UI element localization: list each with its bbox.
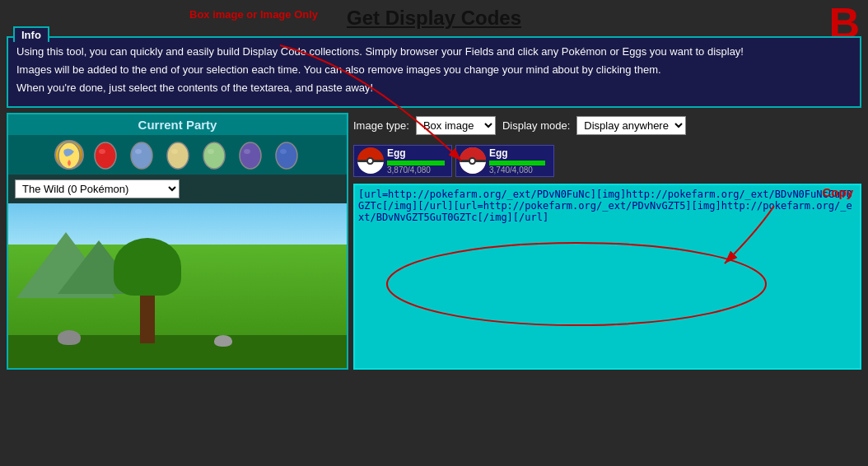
svg-point-10 [244,149,250,154]
pokeball-2 [460,147,486,174]
egg-info-2: Egg 3,740/4,080 [489,147,550,175]
info-box: Info Using this tool, you can quickly an… [7,36,861,108]
egg-hp-text-1: 3,870/4,080 [387,165,448,175]
svg-point-8 [208,149,214,154]
pokeball-1 [357,147,384,174]
image-type-select[interactable]: Box image Image Only [416,116,496,135]
egg-5[interactable] [199,140,229,170]
egg-1[interactable] [54,140,84,170]
egg-name-1: Egg [387,147,448,159]
info-line3: When you're done, just select the conten… [16,81,852,96]
selected-egg-card-2[interactable]: Egg 3,740/4,080 [455,145,554,177]
field-image [8,203,347,368]
svg-point-6 [171,149,178,154]
svg-point-11 [276,142,297,169]
egg-7[interactable] [272,140,301,170]
party-header: Current Party [8,114,347,135]
info-line2: Images will be added to the end of your … [16,63,852,77]
display-mode-select[interactable]: Display anywhere Display here only [576,116,686,135]
image-type-label: Image type: [353,119,409,132]
egg-4[interactable] [163,140,193,170]
svg-point-9 [240,142,261,169]
svg-point-5 [167,142,189,169]
egg-3[interactable] [127,140,156,170]
egg-6[interactable] [236,140,265,170]
egg-name-2: Egg [489,147,550,159]
right-panel: Image type: Box image Image Only Display… [353,113,861,370]
field-dropdown[interactable]: The Wild (0 Pokémon) [15,179,180,198]
selected-egg-card-1[interactable]: Egg 3,870/4,080 [353,145,452,177]
svg-point-3 [131,142,152,169]
svg-point-12 [280,149,287,154]
svg-point-4 [135,149,142,154]
display-mode-label: Display mode: [502,119,570,132]
page-title: Get Display Codes [347,7,521,30]
svg-point-7 [203,142,225,169]
egg-hp-text-2: 3,740/4,080 [489,165,550,175]
controls-row: Image type: Box image Image Only Display… [353,113,861,138]
party-eggs [8,135,347,175]
svg-point-1 [95,142,116,169]
code-textarea[interactable] [358,189,856,337]
code-textarea-wrapper [353,184,861,370]
party-dropdown-row: The Wild (0 Pokémon) [8,175,347,203]
egg-info-1: Egg 3,870/4,080 [387,147,448,175]
left-panel: Current Party [7,113,348,370]
egg-2[interactable] [91,140,120,170]
info-tab: Info [13,26,49,42]
selected-eggs-row: Egg 3,870/4,080 Egg [353,142,861,180]
svg-point-2 [99,149,105,154]
info-line1: Using this tool, you can quickly and eas… [16,44,852,59]
